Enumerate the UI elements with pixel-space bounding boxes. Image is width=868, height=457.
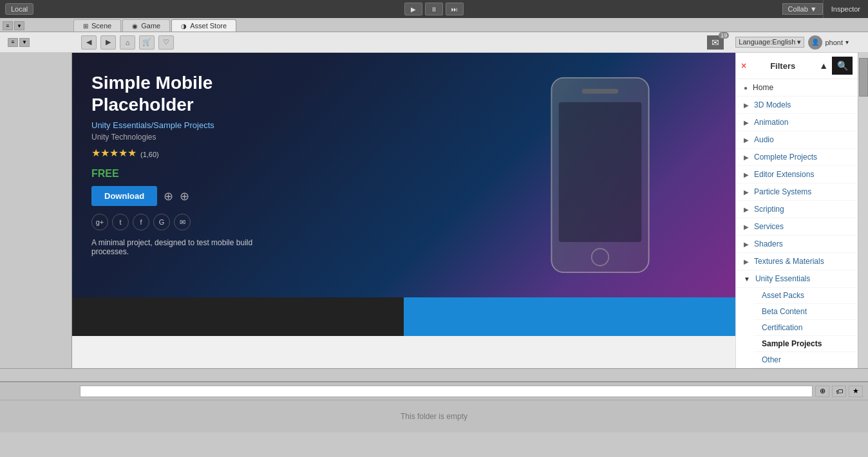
filter-audio-label: Audio	[754, 135, 774, 144]
filter-sort-icon[interactable]: ▲	[819, 61, 828, 71]
hero-stars: ★★★★★	[91, 147, 137, 159]
bottom-btn-2[interactable]: 🏷	[832, 386, 846, 397]
hero-actions: Download ⊕ ⊕	[91, 186, 285, 206]
inspector-tab[interactable]: Inspector	[823, 0, 868, 18]
filter-item-complete-projects[interactable]: ▶ Complete Projects	[736, 149, 858, 166]
user-avatar: 👤	[808, 35, 822, 50]
forward-button[interactable]: ▶	[100, 35, 116, 50]
filter-item-home[interactable]: ● Home	[736, 79, 858, 97]
social-facebook-icon[interactable]: f	[133, 214, 149, 230]
tab-game[interactable]: ◉ Game	[122, 19, 170, 32]
audio-arrow-icon: ▶	[744, 136, 749, 144]
social-link-icon[interactable]: ✉	[174, 214, 191, 230]
scroll-thumb[interactable]	[859, 58, 868, 97]
unity-arrow-icon: ▼	[744, 275, 750, 283]
step-button[interactable]: ⏭	[446, 3, 464, 15]
game-icon: ◉	[132, 23, 138, 30]
pause-button[interactable]: ⏸	[425, 3, 443, 15]
social-google-plus-icon[interactable]: g+	[91, 214, 108, 230]
home-arrow-icon: ●	[744, 84, 748, 91]
filter-home-label: Home	[753, 83, 773, 92]
filters-label: Filters	[750, 61, 815, 71]
user-dropdown-icon[interactable]: ▾	[845, 39, 849, 46]
filter-item-shaders[interactable]: ▶ Shaders	[736, 236, 858, 253]
filter-item-audio[interactable]: ▶ Audio	[736, 131, 858, 149]
wishlist-add-icon[interactable]: ⊕	[180, 189, 189, 203]
phone-illustration	[497, 66, 703, 284]
hero-price: FREE	[91, 168, 285, 180]
tab-scene[interactable]: ⊞ Scene	[73, 19, 121, 32]
scripting-arrow-icon: ▶	[744, 206, 749, 213]
filter-3d-label: 3D Models	[754, 100, 791, 109]
filter-shaders-label: Shaders	[754, 239, 783, 248]
filter-item-particle-systems[interactable]: ▶ Particle Systems	[736, 183, 858, 201]
store-main: Simple Mobile Placeholder Unity Essentia…	[72, 53, 735, 368]
left-panel	[0, 53, 72, 368]
filter-search-button[interactable]: 🔍	[832, 57, 853, 75]
3d-arrow-icon: ▶	[744, 102, 749, 109]
shaders-arrow-icon: ▶	[744, 241, 749, 248]
filters-header: × Filters ▲ 🔍	[736, 53, 858, 79]
anim-arrow-icon: ▶	[744, 119, 749, 126]
services-arrow-icon: ▶	[744, 223, 749, 230]
bottom-btn-3[interactable]: ★	[849, 386, 863, 397]
bottom-search-input[interactable]	[80, 386, 813, 397]
asset-store-icon: ◑	[181, 23, 187, 30]
tab-asset-store[interactable]: ◑ Asset Store	[171, 19, 236, 32]
bottom-blue-section	[404, 297, 735, 336]
panel-options-btn[interactable]: ▼	[14, 21, 24, 30]
download-button[interactable]: Download	[91, 186, 157, 206]
local-button[interactable]: Local	[5, 3, 33, 15]
particle-arrow-icon: ▶	[744, 189, 749, 196]
language-selector[interactable]: Language:English ▾	[735, 37, 804, 48]
left-panel-options[interactable]: ▼	[19, 38, 30, 47]
panel-collapse-btn[interactable]: ≡	[3, 21, 13, 30]
hero-author: Unity Technologies	[91, 133, 285, 142]
subitem-beta-content[interactable]: Beta Content	[754, 304, 858, 320]
bottom-strip	[0, 368, 868, 381]
hero-bottom	[72, 297, 735, 336]
play-button[interactable]: ▶	[404, 3, 422, 15]
social-twitter-icon[interactable]: t	[112, 214, 129, 230]
content-wrapper: Simple Mobile Placeholder Unity Essentia…	[0, 53, 868, 381]
filter-item-unity-essentials[interactable]: ▼ Unity Essentials	[736, 270, 858, 288]
svg-rect-1	[582, 89, 619, 94]
social-share-icon[interactable]: G	[153, 214, 170, 230]
subitem-sample-projects[interactable]: Sample Projects	[754, 336, 858, 352]
filter-item-textures[interactable]: ▶ Textures & Materials	[736, 253, 858, 270]
filters-sidebar: × Filters ▲ 🔍 ● Home ▶ 3D Models	[735, 53, 858, 368]
wishlist-button[interactable]: ♡	[158, 35, 174, 50]
filter-item-editor-extensions[interactable]: ▶ Editor Extensions	[736, 166, 858, 183]
subitem-asset-packs[interactable]: Asset Packs	[754, 288, 858, 304]
left-panel-toggle[interactable]: ≡	[8, 38, 18, 47]
store-content-area: Simple Mobile Placeholder Unity Essentia…	[0, 53, 868, 368]
scene-icon: ⊞	[83, 23, 88, 30]
hero-title: Simple Mobile Placeholder	[91, 72, 285, 115]
bottom-content: This folder is empty	[0, 400, 868, 433]
home-button[interactable]: ⌂	[120, 35, 135, 50]
hero-rating: (1,60)	[140, 151, 159, 158]
username-label: phont	[825, 39, 843, 46]
filter-scripting-label: Scripting	[754, 205, 784, 214]
subitem-certification[interactable]: Certification	[754, 320, 858, 336]
hero-text: Simple Mobile Placeholder Unity Essentia…	[91, 72, 285, 256]
right-scrollbar[interactable]	[858, 53, 868, 368]
filter-item-scripting[interactable]: ▶ Scripting	[736, 201, 858, 218]
filter-unity-label: Unity Essentials	[755, 274, 810, 283]
bottom-btn-1[interactable]: ⊕	[815, 386, 829, 397]
filter-close-button[interactable]: ×	[741, 61, 746, 71]
store-nav: ≡ ▼ ◀ ▶ ⌂ 🛒 ♡ ✉ 19 Language:English ▾ 👤 …	[0, 32, 868, 53]
unity-essentials-subitems: Asset Packs Beta Content Certification S…	[736, 288, 858, 368]
filter-item-3d-models[interactable]: ▶ 3D Models	[736, 97, 858, 114]
filter-item-animation[interactable]: ▶ Animation	[736, 114, 858, 131]
notification-badge: 19	[719, 32, 729, 39]
filter-textures-label: Textures & Materials	[754, 257, 824, 266]
back-button[interactable]: ◀	[81, 35, 97, 50]
cart-button[interactable]: 🛒	[139, 35, 155, 50]
social-icons: g+ t f G ✉	[91, 214, 285, 230]
add-to-cart-icon[interactable]: ⊕	[164, 189, 173, 203]
tab-bar: ≡ ▼ ⊞ Scene ◉ Game ◑ Asset Store	[0, 18, 868, 32]
collab-button[interactable]: Collab ▼	[782, 3, 823, 15]
subitem-other[interactable]: Other	[754, 352, 858, 368]
filter-item-services[interactable]: ▶ Services	[736, 218, 858, 236]
